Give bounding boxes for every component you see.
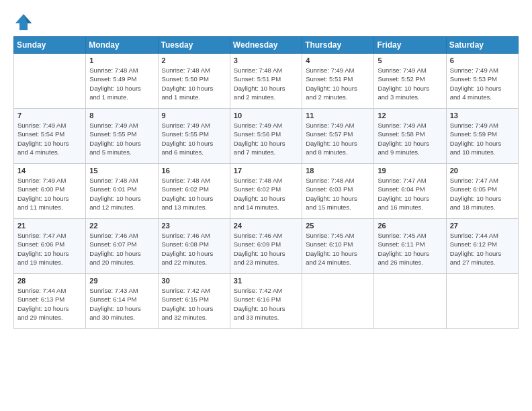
- day-cell: 24Sunrise: 7:46 AM Sunset: 6:09 PM Dayli…: [230, 219, 302, 274]
- logo-icon: [13, 12, 34, 32]
- day-number: 3: [234, 56, 298, 64]
- day-info: Sunrise: 7:49 AM Sunset: 5:55 PM Dayligh…: [162, 121, 226, 156]
- page-container: SundayMondayTuesdayWednesdayThursdayFrid…: [0, 0, 532, 336]
- day-info: Sunrise: 7:49 AM Sunset: 6:00 PM Dayligh…: [17, 176, 82, 212]
- day-cell: 18Sunrise: 7:48 AM Sunset: 6:03 PM Dayli…: [302, 164, 374, 219]
- day-cell: 28Sunrise: 7:44 AM Sunset: 6:13 PM Dayli…: [14, 274, 86, 329]
- day-info: Sunrise: 7:44 AM Sunset: 6:12 PM Dayligh…: [450, 231, 515, 267]
- day-cell: 23Sunrise: 7:46 AM Sunset: 6:08 PM Dayli…: [158, 219, 230, 274]
- day-number: 4: [306, 56, 370, 64]
- day-info: Sunrise: 7:49 AM Sunset: 5:52 PM Dayligh…: [378, 66, 442, 101]
- day-info: Sunrise: 7:47 AM Sunset: 6:05 PM Dayligh…: [450, 176, 515, 212]
- day-cell: 16Sunrise: 7:48 AM Sunset: 6:02 PM Dayli…: [158, 164, 230, 219]
- day-cell: 7Sunrise: 7:49 AM Sunset: 5:54 PM Daylig…: [14, 109, 86, 164]
- day-number: 31: [234, 277, 298, 285]
- day-number: 19: [378, 167, 442, 175]
- week-row-3: 14Sunrise: 7:49 AM Sunset: 6:00 PM Dayli…: [14, 164, 519, 219]
- day-number: 11: [306, 111, 370, 120]
- day-cell: 15Sunrise: 7:48 AM Sunset: 6:01 PM Dayli…: [86, 164, 158, 219]
- day-number: 24: [234, 222, 298, 230]
- week-row-2: 7Sunrise: 7:49 AM Sunset: 5:54 PM Daylig…: [14, 109, 519, 164]
- day-info: Sunrise: 7:48 AM Sunset: 6:02 PM Dayligh…: [234, 176, 298, 212]
- header-row: SundayMondayTuesdayWednesdayThursdayFrid…: [14, 37, 519, 54]
- day-info: Sunrise: 7:45 AM Sunset: 6:11 PM Dayligh…: [378, 231, 442, 267]
- col-header-wednesday: Wednesday: [230, 37, 302, 54]
- day-number: 10: [234, 111, 298, 120]
- day-info: Sunrise: 7:45 AM Sunset: 6:10 PM Dayligh…: [306, 231, 370, 267]
- day-cell: 27Sunrise: 7:44 AM Sunset: 6:12 PM Dayli…: [446, 219, 518, 274]
- col-header-friday: Friday: [374, 37, 446, 54]
- day-number: 21: [17, 222, 82, 230]
- day-cell: 20Sunrise: 7:47 AM Sunset: 6:05 PM Dayli…: [446, 164, 518, 219]
- day-cell: 14Sunrise: 7:49 AM Sunset: 6:00 PM Dayli…: [14, 164, 86, 219]
- day-info: Sunrise: 7:48 AM Sunset: 5:51 PM Dayligh…: [234, 66, 298, 101]
- day-cell: 6Sunrise: 7:49 AM Sunset: 5:53 PM Daylig…: [446, 54, 518, 109]
- week-row-4: 21Sunrise: 7:47 AM Sunset: 6:06 PM Dayli…: [14, 219, 519, 274]
- day-info: Sunrise: 7:46 AM Sunset: 6:09 PM Dayligh…: [234, 231, 298, 267]
- day-info: Sunrise: 7:46 AM Sunset: 6:08 PM Dayligh…: [162, 231, 226, 267]
- day-number: 18: [306, 167, 370, 175]
- day-cell: 2Sunrise: 7:48 AM Sunset: 5:50 PM Daylig…: [158, 54, 230, 109]
- day-info: Sunrise: 7:48 AM Sunset: 6:03 PM Dayligh…: [306, 176, 370, 212]
- day-info: Sunrise: 7:42 AM Sunset: 6:16 PM Dayligh…: [234, 286, 298, 322]
- day-info: Sunrise: 7:44 AM Sunset: 6:13 PM Dayligh…: [17, 286, 82, 322]
- day-cell: 31Sunrise: 7:42 AM Sunset: 6:16 PM Dayli…: [230, 274, 302, 329]
- day-cell: 4Sunrise: 7:49 AM Sunset: 5:51 PM Daylig…: [302, 54, 374, 109]
- col-header-thursday: Thursday: [302, 37, 374, 54]
- day-cell: [374, 274, 446, 329]
- day-cell: 19Sunrise: 7:47 AM Sunset: 6:04 PM Dayli…: [374, 164, 446, 219]
- day-number: 7: [17, 111, 82, 120]
- day-cell: 1Sunrise: 7:48 AM Sunset: 5:49 PM Daylig…: [86, 54, 158, 109]
- week-row-5: 28Sunrise: 7:44 AM Sunset: 6:13 PM Dayli…: [14, 274, 519, 329]
- day-cell: 13Sunrise: 7:49 AM Sunset: 5:59 PM Dayli…: [446, 109, 518, 164]
- day-cell: 5Sunrise: 7:49 AM Sunset: 5:52 PM Daylig…: [374, 54, 446, 109]
- day-cell: [302, 274, 374, 329]
- day-info: Sunrise: 7:49 AM Sunset: 5:54 PM Dayligh…: [17, 121, 82, 156]
- day-number: 27: [450, 222, 515, 230]
- header: [13, 12, 519, 32]
- week-row-1: 1Sunrise: 7:48 AM Sunset: 5:49 PM Daylig…: [14, 54, 519, 109]
- logo: [13, 12, 36, 32]
- day-number: 9: [162, 111, 226, 120]
- day-number: 5: [378, 56, 442, 64]
- day-number: 14: [17, 167, 82, 175]
- day-info: Sunrise: 7:42 AM Sunset: 6:15 PM Dayligh…: [162, 286, 226, 322]
- day-cell: 10Sunrise: 7:49 AM Sunset: 5:56 PM Dayli…: [230, 109, 302, 164]
- day-info: Sunrise: 7:47 AM Sunset: 6:06 PM Dayligh…: [17, 231, 82, 267]
- day-info: Sunrise: 7:49 AM Sunset: 5:55 PM Dayligh…: [89, 121, 154, 156]
- day-info: Sunrise: 7:46 AM Sunset: 6:07 PM Dayligh…: [89, 231, 154, 267]
- day-info: Sunrise: 7:47 AM Sunset: 6:04 PM Dayligh…: [378, 176, 442, 212]
- day-number: 16: [162, 167, 226, 175]
- day-cell: 12Sunrise: 7:49 AM Sunset: 5:58 PM Dayli…: [374, 109, 446, 164]
- day-number: 6: [450, 56, 515, 64]
- day-number: 26: [378, 222, 442, 230]
- day-info: Sunrise: 7:49 AM Sunset: 5:57 PM Dayligh…: [306, 121, 370, 156]
- day-number: 29: [89, 277, 154, 285]
- day-cell: [14, 54, 86, 109]
- day-info: Sunrise: 7:49 AM Sunset: 5:58 PM Dayligh…: [378, 121, 442, 156]
- day-info: Sunrise: 7:43 AM Sunset: 6:14 PM Dayligh…: [89, 286, 154, 322]
- day-cell: 9Sunrise: 7:49 AM Sunset: 5:55 PM Daylig…: [158, 109, 230, 164]
- day-cell: 17Sunrise: 7:48 AM Sunset: 6:02 PM Dayli…: [230, 164, 302, 219]
- day-number: 22: [89, 222, 154, 230]
- day-info: Sunrise: 7:49 AM Sunset: 5:53 PM Dayligh…: [450, 66, 515, 101]
- day-cell: 3Sunrise: 7:48 AM Sunset: 5:51 PM Daylig…: [230, 54, 302, 109]
- day-cell: 21Sunrise: 7:47 AM Sunset: 6:06 PM Dayli…: [14, 219, 86, 274]
- day-number: 20: [450, 167, 515, 175]
- day-number: 17: [234, 167, 298, 175]
- day-cell: 11Sunrise: 7:49 AM Sunset: 5:57 PM Dayli…: [302, 109, 374, 164]
- day-number: 12: [378, 111, 442, 120]
- day-info: Sunrise: 7:48 AM Sunset: 6:02 PM Dayligh…: [162, 176, 226, 212]
- day-cell: 8Sunrise: 7:49 AM Sunset: 5:55 PM Daylig…: [86, 109, 158, 164]
- day-number: 30: [162, 277, 226, 285]
- day-info: Sunrise: 7:49 AM Sunset: 5:56 PM Dayligh…: [234, 121, 298, 156]
- col-header-saturday: Saturday: [446, 37, 518, 54]
- col-header-tuesday: Tuesday: [158, 37, 230, 54]
- day-number: 2: [162, 56, 226, 64]
- day-number: 15: [89, 167, 154, 175]
- day-number: 1: [89, 56, 154, 64]
- day-info: Sunrise: 7:48 AM Sunset: 5:49 PM Dayligh…: [89, 66, 154, 101]
- day-cell: 22Sunrise: 7:46 AM Sunset: 6:07 PM Dayli…: [86, 219, 158, 274]
- day-cell: 29Sunrise: 7:43 AM Sunset: 6:14 PM Dayli…: [86, 274, 158, 329]
- day-info: Sunrise: 7:48 AM Sunset: 5:50 PM Dayligh…: [162, 66, 226, 101]
